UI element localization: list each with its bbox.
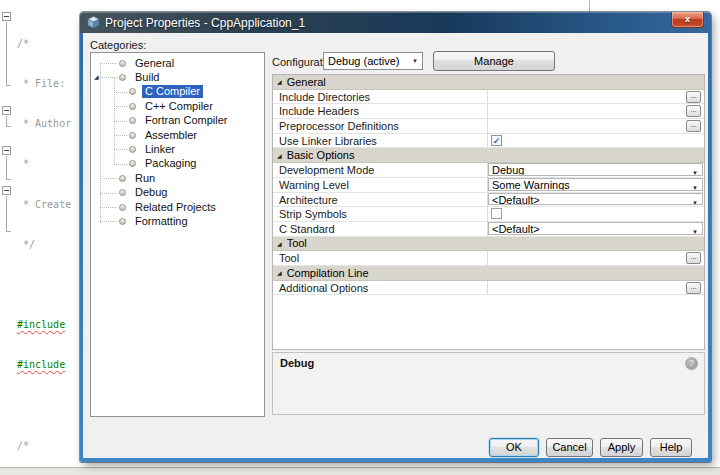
property-value-cell [488, 207, 704, 221]
node-icon [129, 160, 136, 167]
chevron-down-icon: ▼ [692, 182, 698, 191]
node-icon [129, 117, 136, 124]
property-label: Architecture [273, 193, 488, 207]
code-line: /* [17, 439, 77, 452]
property-value-field[interactable]: ... [488, 119, 704, 133]
property-value-cell: Some Warnings▼ [488, 178, 704, 192]
property-value-cell: ✓ [488, 134, 704, 148]
browse-button[interactable]: ... [686, 252, 701, 264]
tree-item-formatting[interactable]: Formatting [91, 214, 264, 228]
summary-title: Debug [280, 357, 314, 369]
chevron-down-icon: ▼ [412, 58, 418, 64]
property-label: Additional Options [273, 281, 488, 295]
code-line: /* [17, 37, 77, 50]
property-value-field[interactable]: ... [488, 90, 704, 104]
property-row-additional-options: Additional Options ... [273, 281, 704, 296]
source-code[interactable]: /* * File: * Author * * Create */ #inclu… [17, 10, 77, 475]
property-value-field[interactable]: ... [488, 251, 704, 265]
expand-toggle-icon[interactable]: ◢ [94, 73, 99, 80]
tree-item-debug[interactable]: Debug [91, 186, 264, 200]
dialog-titlebar[interactable]: Project Properties - CppApplication_1 x [80, 12, 711, 33]
checkbox-unchecked[interactable] [491, 208, 502, 219]
property-label: Tool [273, 251, 488, 265]
chevron-down-icon: ▼ [692, 226, 698, 235]
tree-item-run[interactable]: Run [91, 171, 264, 185]
code-line: */ [17, 238, 77, 251]
node-icon [119, 189, 126, 196]
tree-item-c-compiler[interactable]: C Compiler [91, 85, 264, 99]
cancel-button[interactable]: Cancel [546, 438, 593, 457]
section-header-compilation-line[interactable]: ◢Compilation Line [273, 266, 704, 281]
tree-item-general[interactable]: General [91, 56, 264, 70]
browse-button[interactable]: ... [686, 91, 701, 103]
property-row-development-mode: Development Mode Debug▼ [273, 163, 704, 178]
property-label: Development Mode [273, 163, 488, 177]
c-standard-select[interactable]: <Default>▼ [488, 222, 703, 235]
tree-item-cpp-compiler[interactable]: C++ Compiler [91, 99, 264, 113]
tree-item-fortran-compiler[interactable]: Fortran Compiler [91, 114, 264, 128]
property-value-field[interactable]: ... [488, 104, 704, 118]
configuration-value: Debug (active) [328, 55, 400, 67]
property-value-cell: Debug▼ [488, 163, 704, 177]
section-header-basic-options[interactable]: ◢Basic Options [273, 148, 704, 163]
checkbox-checked[interactable]: ✓ [491, 135, 502, 146]
categories-label: Categories: [90, 39, 146, 51]
node-icon [129, 132, 136, 139]
property-value-field[interactable]: ... [488, 281, 704, 295]
property-row-tool: Tool ... [273, 251, 704, 266]
property-row-include-directories: Include Directories ... [273, 90, 704, 105]
include-directive: #include [17, 359, 65, 370]
section-expanded-icon: ◢ [277, 240, 282, 247]
fold-bracket [6, 196, 11, 232]
project-properties-dialog: Project Properties - CppApplication_1 x … [80, 12, 711, 462]
include-directive: #include [17, 319, 65, 330]
browse-button[interactable]: ... [686, 282, 701, 294]
fold-collapse-icon[interactable] [2, 186, 11, 195]
property-label: Warning Level [273, 178, 488, 192]
section-header-general[interactable]: ◢General [273, 75, 704, 90]
node-icon [119, 74, 126, 81]
project-properties-icon [87, 16, 100, 29]
development-mode-select[interactable]: Debug▼ [488, 163, 703, 176]
browse-button[interactable]: ... [686, 120, 701, 132]
tree-item-packaging[interactable]: Packaging [91, 157, 264, 171]
warning-level-select[interactable]: Some Warnings▼ [488, 178, 703, 191]
tree-item-build[interactable]: ◢Build [91, 70, 264, 84]
section-header-tool[interactable]: ◢Tool [273, 237, 704, 252]
property-row-include-headers: Include Headers ... [273, 104, 704, 119]
property-label: Preprocessor Definitions [273, 119, 488, 133]
property-row-warning-level: Warning Level Some Warnings▼ [273, 178, 704, 193]
property-label: Strip Symbols [273, 207, 488, 221]
apply-button[interactable]: Apply [600, 438, 643, 457]
dialog-footer: OK Cancel Apply Help [489, 438, 692, 457]
node-icon [129, 88, 136, 95]
editor-bottom-edge [0, 467, 720, 475]
help-icon[interactable]: ? [685, 357, 698, 370]
fold-collapse-icon[interactable] [2, 146, 11, 155]
architecture-select[interactable]: <Default>▼ [488, 193, 703, 206]
dialog-body: Categories: General ◢Build C Compiler C+… [83, 33, 708, 458]
fold-bracket [6, 116, 11, 127]
tree-item-linker[interactable]: Linker [91, 142, 264, 156]
close-button[interactable]: x [671, 12, 704, 28]
help-button[interactable]: Help [650, 438, 692, 457]
configuration-select[interactable]: Debug (active) ▼ [323, 52, 423, 70]
property-label: Use Linker Libraries [273, 134, 488, 148]
code-line: * Author [17, 117, 77, 130]
fold-collapse-icon[interactable] [2, 106, 11, 115]
fold-collapse-icon[interactable] [2, 12, 11, 21]
node-icon [119, 204, 126, 211]
ok-button[interactable]: OK [489, 438, 539, 457]
section-expanded-icon: ◢ [277, 269, 282, 276]
property-label: Include Headers [273, 104, 488, 118]
node-icon [119, 60, 126, 67]
manage-configurations-button[interactable]: Manage Configurations... [433, 51, 555, 71]
property-row-c-standard: C Standard <Default>▼ [273, 222, 704, 237]
tree-item-assembler[interactable]: Assembler [91, 128, 264, 142]
browse-button[interactable]: ... [686, 105, 701, 117]
code-line: #include [17, 318, 77, 331]
tree-item-related-projects[interactable]: Related Projects [91, 200, 264, 214]
node-icon [119, 175, 126, 182]
categories-tree: General ◢Build C Compiler C++ Compiler F… [90, 52, 265, 417]
code-line: #include [17, 358, 77, 371]
